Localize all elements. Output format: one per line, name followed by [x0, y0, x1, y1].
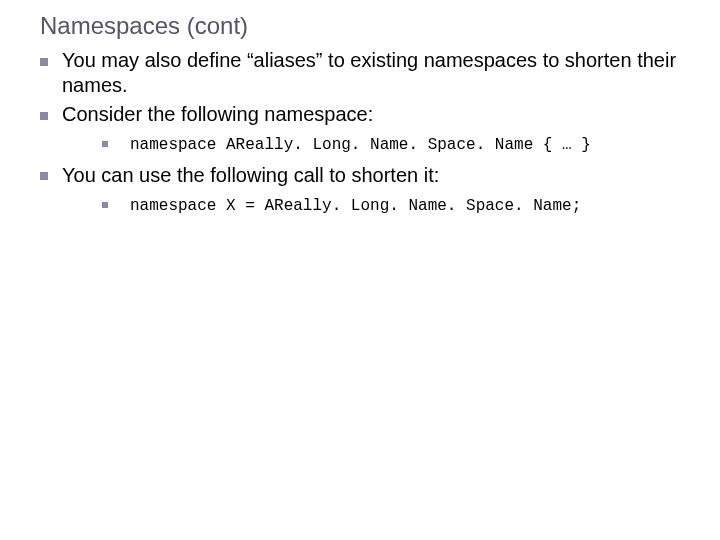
bullet-list: You may also define “aliases” to existin…: [20, 48, 700, 217]
sub-bullet-list: namespace X = AReally. Long. Name. Space…: [62, 194, 700, 218]
slide-title: Namespaces (cont): [40, 12, 700, 40]
bullet-shorten-call: You can use the following call to shorte…: [40, 163, 700, 218]
bullet-consider-namespace: Consider the following namespace: namesp…: [40, 102, 700, 157]
slide: Namespaces (cont) You may also define “a…: [0, 0, 720, 540]
sub-bullet-alias-decl: namespace X = AReally. Long. Name. Space…: [102, 194, 700, 218]
sub-bullet-namespace-decl: namespace AReally. Long. Name. Space. Na…: [102, 133, 700, 157]
bullet-aliases-intro: You may also define “aliases” to existin…: [40, 48, 700, 98]
sub-bullet-list: namespace AReally. Long. Name. Space. Na…: [62, 133, 700, 157]
code-text: namespace X = AReally. Long. Name. Space…: [130, 197, 581, 215]
code-text: namespace AReally. Long. Name. Space. Na…: [130, 136, 591, 154]
bullet-text: You may also define “aliases” to existin…: [62, 49, 676, 96]
bullet-text: Consider the following namespace:: [62, 103, 373, 125]
bullet-text: You can use the following call to shorte…: [62, 164, 439, 186]
